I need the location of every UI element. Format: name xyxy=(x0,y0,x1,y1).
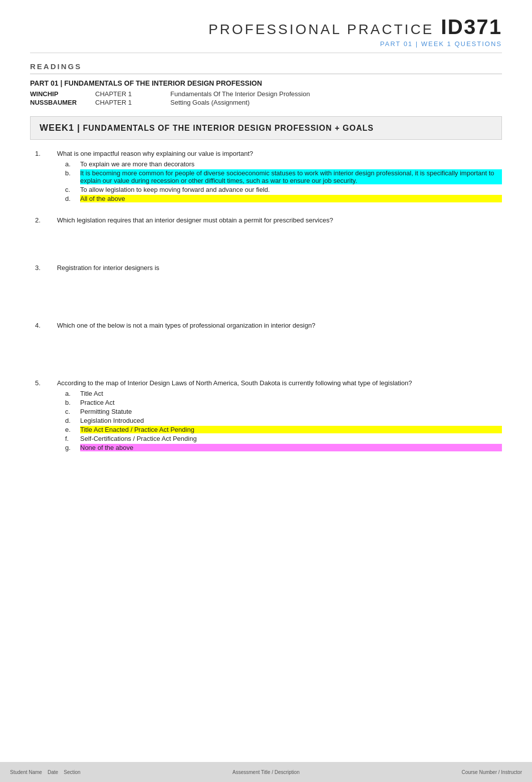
week-title: FUNDAMENTALS OF THE INTERIOR DESIGN PROF… xyxy=(83,124,374,132)
q3-num: 3. xyxy=(35,264,55,272)
q1-num: 1. xyxy=(35,150,55,157)
readings-row-2: NUSSBAUMER CHAPTER 1 Setting Goals (Assi… xyxy=(30,99,502,106)
q1-label-a: a. xyxy=(65,160,80,168)
readings-author-1: WINCHIP xyxy=(30,90,95,98)
q5-label-a: a. xyxy=(65,390,80,397)
q5-answer-g: g. None of the above xyxy=(65,444,502,451)
q5-answers: a. Title Act b. Practice Act c. Permitti… xyxy=(65,390,502,451)
readings-desc-2: Setting Goals (Assignment) xyxy=(170,99,502,106)
question-5: 5. According to the map of Interior Desi… xyxy=(35,379,502,451)
q5-label-g: g. xyxy=(65,444,80,451)
q1-text-d: All of the above xyxy=(80,195,502,202)
footer-student: Student Name xyxy=(10,769,42,775)
footer-section: Section xyxy=(64,769,80,775)
q1-answer-c: c. To allow legislation to keep moving f… xyxy=(65,186,502,193)
readings-author-2: NUSSBAUMER xyxy=(30,99,95,106)
q5-text-f: Self-Certifications / Practice Act Pendi… xyxy=(80,435,502,442)
footer-col-2: Assessment Title / Description xyxy=(186,769,347,775)
footer-col-1: Student Name Date Section xyxy=(10,769,171,775)
q5-answer-e: e. Title Act Enacted / Practice Act Pend… xyxy=(65,426,502,433)
q2-text: Which legislation requires that an inter… xyxy=(57,216,499,224)
questions-container: 1. What is one impactful reason why expl… xyxy=(30,150,502,451)
q1-text-b: It is becoming more common for people of… xyxy=(80,169,502,184)
readings-label: READINGS xyxy=(30,62,502,71)
question-1: 1. What is one impactful reason why expl… xyxy=(35,150,502,202)
readings-divider xyxy=(30,74,502,74)
footer-course: Course Number / Instructor xyxy=(461,769,522,775)
footer-bar: Student Name Date Section Assessment Tit… xyxy=(0,762,532,782)
q5-label-d: d. xyxy=(65,417,80,424)
footer-date: Date xyxy=(48,769,58,775)
question-3: 3. Registration for interior designers i… xyxy=(35,264,502,272)
q5-answer-a: a. Title Act xyxy=(65,390,502,397)
q1-text-a: To explain we are more than decorators xyxy=(80,160,502,168)
q1-answer-a: a. To explain we are more than decorator… xyxy=(65,160,502,168)
header-title: PROFESSIONAL PRACTICE xyxy=(208,22,434,37)
question-2: 2. Which legislation requires that an in… xyxy=(35,216,502,224)
q5-label-e: e. xyxy=(65,426,80,433)
readings-row-1: WINCHIP CHAPTER 1 Fundamentals Of The In… xyxy=(30,90,502,98)
q5-text-e: Title Act Enacted / Practice Act Pending xyxy=(80,426,502,433)
q5-label-f: f. xyxy=(65,435,80,442)
q5-label-c: c. xyxy=(65,408,80,415)
readings-part-title: PART 01 | FUNDAMENTALS OF THE INTERIOR D… xyxy=(30,79,502,87)
readings-chapter-1: CHAPTER 1 xyxy=(95,90,170,98)
header-id: ID371 xyxy=(441,15,502,39)
q5-text-g: None of the above xyxy=(80,444,502,451)
q3-text: Registration for interior designers is xyxy=(57,264,499,272)
q1-answers: a. To explain we are more than decorator… xyxy=(65,160,502,202)
readings-chapter-2: CHAPTER 1 xyxy=(95,99,170,106)
q5-answer-f: f. Self-Certifications / Practice Act Pe… xyxy=(65,435,502,442)
q5-answer-b: b. Practice Act xyxy=(65,399,502,406)
q5-text: According to the map of Interior Design … xyxy=(57,379,499,387)
q4-num: 4. xyxy=(35,322,55,329)
week-header: WEEK1 | FUNDAMENTALS OF THE INTERIOR DES… xyxy=(30,116,502,140)
footer-col-3: Course Number / Instructor xyxy=(361,769,522,775)
footer-assessment: Assessment Title / Description xyxy=(232,769,300,775)
q1-label-d: d. xyxy=(65,195,80,202)
header: PROFESSIONAL PRACTICE ID371 PART 01 | WE… xyxy=(30,15,502,53)
q5-num: 5. xyxy=(35,379,55,387)
q5-text-d: Legislation Introduced xyxy=(80,417,502,424)
header-subtitle: PART 01 | WEEK 1 QUESTIONS xyxy=(30,40,502,48)
week-num: WEEK1 | xyxy=(40,123,80,133)
q1-text-c: To allow legislation to keep moving forw… xyxy=(80,186,502,193)
q4-text: Which one of the below is not a main typ… xyxy=(57,322,499,329)
q5-text-b: Practice Act xyxy=(80,399,502,406)
q2-num: 2. xyxy=(35,216,55,224)
page: PROFESSIONAL PRACTICE ID371 PART 01 | WE… xyxy=(0,0,532,782)
q1-label-c: c. xyxy=(65,186,80,193)
q5-text-a: Title Act xyxy=(80,390,502,397)
q1-answer-d: d. All of the above xyxy=(65,195,502,202)
q5-text-c: Permitting Statute xyxy=(80,408,502,415)
question-4: 4. Which one of the below is not a main … xyxy=(35,322,502,329)
q5-label-b: b. xyxy=(65,399,80,406)
q1-answer-b: b. It is becoming more common for people… xyxy=(65,169,502,184)
q5-answer-c: c. Permitting Statute xyxy=(65,408,502,415)
readings-desc-1: Fundamentals Of The Interior Design Prof… xyxy=(170,90,502,98)
q1-text: What is one impactful reason why explain… xyxy=(57,150,499,157)
q1-label-b: b. xyxy=(65,169,80,177)
q5-answer-d: d. Legislation Introduced xyxy=(65,417,502,424)
